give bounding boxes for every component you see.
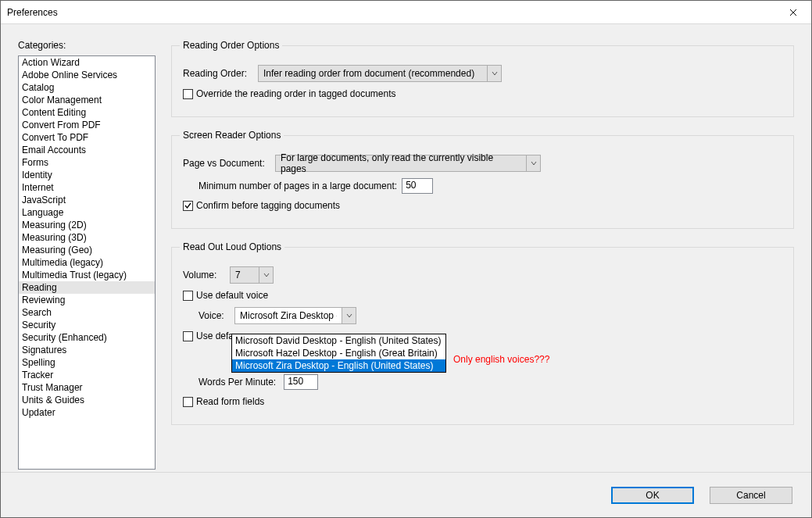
category-item[interactable]: Adobe Online Services (19, 69, 155, 81)
read-form-fields-checkbox[interactable]: Read form fields (183, 396, 264, 407)
category-item[interactable]: Forms (19, 156, 155, 169)
preferences-dialog: Preferences Categories: Action WizardAdo… (0, 0, 812, 518)
category-item[interactable]: Reviewing (19, 294, 155, 306)
wpm-input[interactable]: 150 (284, 374, 318, 390)
checkbox-icon (183, 291, 193, 301)
cancel-button[interactable]: Cancel (710, 487, 792, 504)
reading-order-legend: Reading Order Options (180, 40, 282, 51)
category-item[interactable]: Catalog (19, 81, 155, 94)
screen-reader-group: Screen Reader Options Page vs Document: … (171, 130, 794, 229)
category-item[interactable]: Identity (19, 169, 155, 181)
close-icon (789, 9, 797, 16)
category-item[interactable]: Multimedia (legacy) (19, 256, 155, 269)
reading-order-group: Reading Order Options Reading Order: Inf… (171, 40, 794, 117)
read-out-loud-legend: Read Out Loud Options (180, 241, 284, 252)
volume-combo[interactable]: 7 (230, 266, 274, 284)
page-vs-document-label: Page vs Document: (183, 158, 267, 169)
use-default-voice-checkbox[interactable]: Use default voice (183, 290, 268, 301)
category-item[interactable]: Signatures (19, 344, 155, 356)
page-vs-document-combo[interactable]: For large documents, only read the curre… (275, 155, 541, 172)
min-pages-input[interactable]: 50 (402, 178, 433, 194)
titlebar: Preferences (1, 1, 811, 24)
window-title: Preferences (7, 7, 58, 18)
category-item[interactable]: Action Wizard (19, 56, 155, 69)
checkbox-icon (183, 397, 193, 407)
category-item[interactable]: Measuring (Geo) (19, 244, 155, 256)
category-item[interactable]: Language (19, 206, 155, 219)
categories-label: Categories: (18, 40, 156, 51)
category-item[interactable]: Measuring (2D) (19, 219, 155, 231)
category-item[interactable]: Search (19, 306, 155, 319)
category-item[interactable]: Measuring (3D) (19, 231, 155, 244)
category-item[interactable]: Units & Guides (19, 394, 155, 406)
close-button[interactable] (775, 1, 811, 24)
category-item[interactable]: Updater (19, 406, 155, 419)
reading-order-combo[interactable]: Infer reading order from document (recom… (258, 65, 502, 82)
confirm-tagging-label: Confirm before tagging documents (196, 200, 340, 211)
category-item[interactable]: Email Accounts (19, 144, 155, 156)
category-item[interactable]: Reading (19, 281, 155, 294)
chevron-down-icon (342, 308, 356, 323)
voice-option[interactable]: Microsoft David Desktop - English (Unite… (232, 334, 445, 347)
annotation-text: Only english voices??? (453, 354, 549, 365)
min-pages-label: Minimum number of pages in a large docum… (199, 180, 397, 191)
ok-button[interactable]: OK (611, 487, 694, 504)
voice-option[interactable]: Microsoft Zira Desktop - English (United… (232, 359, 445, 372)
category-item[interactable]: Security (19, 319, 155, 331)
dialog-footer: OK Cancel (1, 472, 811, 517)
category-item[interactable]: Internet (19, 181, 155, 194)
reading-order-label: Reading Order: (183, 68, 250, 79)
category-item[interactable]: Spelling (19, 356, 155, 369)
read-out-loud-group: Read Out Loud Options Volume: 7 Use defa… (171, 241, 794, 425)
settings-panel: Reading Order Options Reading Order: Inf… (156, 40, 794, 472)
chevron-down-icon (259, 267, 273, 283)
voice-dropdown-list[interactable]: Microsoft David Desktop - English (Unite… (231, 334, 446, 373)
category-item[interactable]: JavaScript (19, 194, 155, 206)
screen-reader-legend: Screen Reader Options (180, 130, 284, 141)
voice-combo[interactable]: Microsoft Zira Desktop - (234, 307, 356, 324)
categories-panel: Categories: Action WizardAdobe Online Se… (18, 40, 156, 472)
chevron-down-icon (487, 66, 501, 81)
voice-label: Voice: (199, 310, 227, 321)
override-reading-order-checkbox[interactable]: Override the reading order in tagged doc… (183, 88, 396, 99)
voice-option[interactable]: Microsoft Hazel Desktop - English (Great… (232, 347, 445, 359)
voice-value: Microsoft Zira Desktop - (240, 310, 337, 321)
volume-label: Volume: (183, 270, 222, 280)
category-item[interactable]: Convert To PDF (19, 131, 155, 144)
use-default-voice-label: Use default voice (196, 290, 268, 301)
category-item[interactable]: Convert From PDF (19, 119, 155, 131)
category-item[interactable]: Trust Manager (19, 381, 155, 394)
volume-value: 7 (235, 270, 254, 280)
confirm-tagging-checkbox[interactable]: Confirm before tagging documents (183, 200, 340, 211)
page-vs-document-value: For large documents, only read the curre… (281, 152, 521, 174)
checkbox-icon (183, 89, 193, 99)
reading-order-value: Infer reading order from document (recom… (263, 68, 482, 79)
wpm-label: Words Per Minute: (199, 377, 276, 388)
category-item[interactable]: Multimedia Trust (legacy) (19, 269, 155, 281)
dialog-body: Categories: Action WizardAdobe Online Se… (1, 24, 811, 472)
checkbox-icon (183, 331, 193, 341)
read-form-fields-label: Read form fields (196, 396, 264, 407)
category-item[interactable]: Content Editing (19, 106, 155, 119)
categories-listbox[interactable]: Action WizardAdobe Online ServicesCatalo… (18, 55, 156, 470)
checkbox-icon (183, 201, 193, 211)
use-default-speech-checkbox[interactable]: Use defa (183, 330, 234, 341)
category-item[interactable]: Tracker (19, 369, 155, 381)
chevron-down-icon (526, 155, 540, 171)
override-reading-order-label: Override the reading order in tagged doc… (196, 88, 396, 99)
category-item[interactable]: Color Management (19, 94, 155, 106)
category-item[interactable]: Security (Enhanced) (19, 331, 155, 344)
use-default-speech-label: Use defa (196, 330, 234, 341)
